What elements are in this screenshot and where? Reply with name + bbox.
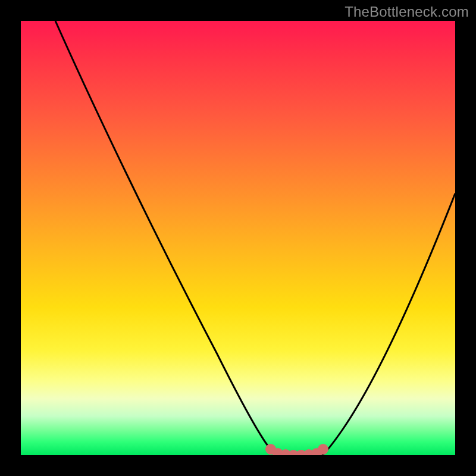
chart-svg <box>21 21 455 455</box>
chart-plot-area <box>21 21 455 455</box>
watermark-text: TheBottleneck.com <box>345 4 469 20</box>
valley-dots <box>265 444 328 455</box>
right-curve <box>322 193 455 455</box>
svg-point-7 <box>318 444 328 455</box>
chart-frame: TheBottleneck.com <box>0 0 476 476</box>
left-curve <box>55 21 278 455</box>
